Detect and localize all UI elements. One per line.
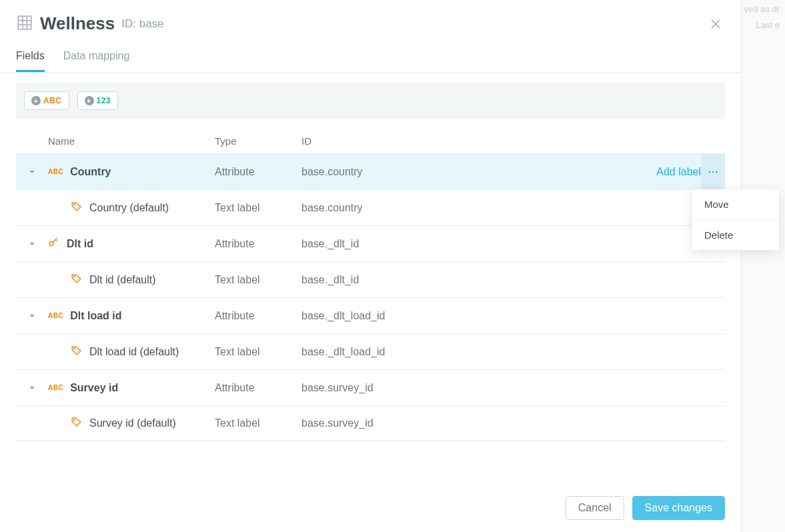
page-subtitle: ID: base (121, 17, 163, 31)
tabs: Fields Data mapping (0, 50, 741, 73)
svg-point-14 (73, 419, 75, 421)
field-type: Attribute (215, 166, 301, 178)
col-type: Type (215, 135, 301, 147)
context-menu: Move Delete (692, 189, 779, 250)
field-id: base._dlt_load_id (301, 310, 628, 322)
menu-item-move[interactable]: Move (692, 189, 779, 219)
abc-label: ABC (43, 97, 62, 105)
toolbar: + ABC + 123 (16, 82, 725, 119)
dataset-icon (16, 14, 33, 34)
table-row[interactable]: Dlt load id (default) Text label base._d… (16, 333, 725, 369)
field-id: base.survey_id (301, 382, 628, 394)
tag-icon (71, 416, 83, 431)
modal-header: Wellness ID: base (0, 13, 741, 34)
field-id: base.country (301, 202, 628, 214)
modal-footer: Cancel Save changes (0, 484, 741, 532)
expand-toggle[interactable] (16, 311, 48, 321)
cancel-button[interactable]: Cancel (566, 496, 624, 520)
svg-point-9 (716, 171, 718, 173)
field-type: Text label (215, 417, 301, 429)
dataset-modal: Wellness ID: base Fields Data mapping + … (0, 0, 742, 532)
field-name: Country (default) (89, 202, 169, 214)
plus-icon: + (31, 96, 41, 105)
table-header: Name Type ID (16, 125, 725, 153)
key-icon (48, 237, 60, 251)
num-label: 123 (97, 97, 111, 105)
tag-icon (71, 273, 83, 287)
more-actions-button[interactable] (701, 154, 725, 189)
table-row[interactable]: Country (default) Text label base.countr… (16, 189, 725, 225)
abc-icon: ABC (48, 312, 63, 319)
field-name: Dlt load id (default) (89, 346, 179, 358)
table-row[interactable]: Dlt id (default) Text label base._dlt_id (16, 261, 725, 297)
save-button[interactable]: Save changes (632, 496, 725, 520)
add-label-button[interactable]: Add label (656, 166, 701, 177)
table-row[interactable]: ABC Survey id Attribute base.survey_id (16, 369, 725, 405)
field-name: Survey id (70, 382, 118, 394)
tab-data-mapping[interactable]: Data mapping (63, 50, 130, 72)
table-row[interactable]: Survey id (default) Text label base.surv… (16, 405, 725, 441)
svg-point-13 (73, 348, 75, 349)
table-row[interactable]: Dlt id Attribute base._dlt_id (16, 225, 725, 261)
field-name: Survey id (default) (89, 417, 176, 429)
svg-point-7 (708, 171, 710, 173)
svg-rect-0 (18, 16, 31, 29)
field-type: Text label (215, 274, 301, 286)
tag-icon (71, 345, 83, 359)
close-button[interactable] (706, 15, 725, 33)
col-id: ID (301, 135, 628, 147)
table-row[interactable]: ABC Dlt load id Attribute base._dlt_load… (16, 297, 725, 333)
svg-point-8 (712, 171, 714, 173)
field-name: Dlt id (default) (89, 274, 156, 286)
table-row[interactable]: ABC Country Attribute base.country Add l… (16, 153, 725, 189)
field-name: Country (70, 166, 111, 178)
fields-table: Name Type ID ABC Country Attribute base.… (16, 125, 725, 441)
field-type: Attribute (215, 238, 301, 250)
backdrop-text-2: Last e (756, 20, 780, 30)
field-id: base.survey_id (301, 417, 628, 429)
expand-toggle[interactable] (16, 167, 48, 177)
backdrop-text-1: ved as dr (744, 4, 780, 14)
svg-point-10 (73, 204, 75, 205)
svg-point-11 (49, 241, 53, 245)
abc-icon: ABC (48, 384, 63, 391)
expand-toggle[interactable] (16, 383, 48, 393)
expand-toggle[interactable] (16, 239, 48, 249)
field-type: Attribute (215, 382, 301, 394)
field-id: base._dlt_load_id (301, 346, 628, 358)
field-name: Dlt load id (70, 310, 121, 322)
field-type: Text label (215, 202, 301, 214)
field-type: Attribute (215, 310, 301, 322)
field-id: base.country (301, 166, 628, 178)
field-id: base._dlt_id (301, 274, 628, 286)
menu-item-delete[interactable]: Delete (692, 219, 779, 250)
field-name: Dlt id (67, 238, 93, 250)
col-name: Name (48, 135, 215, 147)
tab-fields[interactable]: Fields (16, 50, 45, 72)
field-id: base._dlt_id (301, 238, 628, 250)
svg-point-12 (73, 276, 75, 277)
tag-icon (71, 201, 83, 215)
plus-icon: + (85, 96, 94, 105)
field-type: Text label (215, 346, 301, 358)
abc-icon: ABC (48, 168, 63, 175)
add-fact-button[interactable]: + 123 (77, 91, 119, 110)
page-title: Wellness (40, 13, 115, 34)
add-attribute-button[interactable]: + ABC (24, 91, 69, 110)
